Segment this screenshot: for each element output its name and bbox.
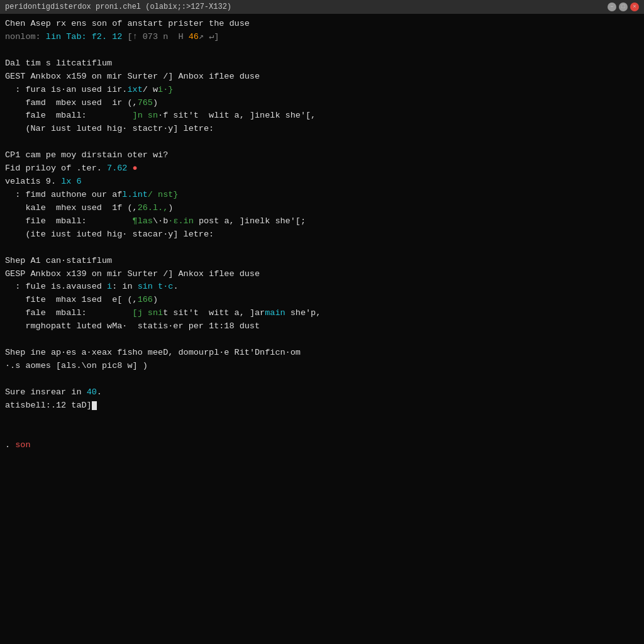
terminal-text: 166 [138,295,153,304]
terminal-line: Fid priloy of .ter. 7.62 ● [5,162,639,175]
terminal-text: GEST Ankbox x159 on mir Surter /] Anbox … [5,72,260,81]
terminal-text: Sure insrear in [5,387,87,397]
terminal-text: (Nar iust luted hig· stactr·y] letre: [5,124,214,133]
terminal-line: ·.s aomes [als.\on pic8 w] ) [5,360,639,373]
terminal-text: 'Dnficn·om [250,348,301,357]
terminal-text: r [92,164,97,173]
window-controls: – □ × [608,3,639,11]
title-bar: peridontigdisterdox proni.chel (olabix;:… [0,0,644,14]
terminal-line: Sure insrear in 40. [5,386,639,399]
terminal-text: hex [61,203,76,213]
terminal-line: file mball: ¶las\·b·ε.in post a, ]inelk … [5,215,639,228]
maximize-button[interactable]: □ [619,3,628,11]
terminal-line: fale mball: [j snit sit't witt a, ]armai… [5,307,639,320]
terminal-line: Chen Asep rx ens son of anstart prister … [5,18,639,31]
terminal-text: ) [153,295,158,304]
terminal-text: it [240,348,250,357]
terminal-text: 40 [87,387,97,397]
terminal-text: file mball: [5,216,133,226]
terminal-line: Shep ine ap·es a·xeax fisho meeD, domour… [5,347,639,360]
terminal-text: nonlom: [5,32,46,42]
terminal-text: Fid priloy of .te [5,164,92,173]
terminal-text: used 1 [76,203,117,213]
terminal-text: Dal tim s litcatiflum [5,58,112,68]
terminal-text: [↑ 073 n H [127,32,188,42]
terminal-output: Chen Asep rx ens son of anstart prister … [0,14,644,644]
terminal-text: fale mball: [5,111,133,120]
terminal-text: sin t [138,282,164,291]
terminal-text: t sit't witt a, ]ar [163,308,265,318]
terminal-text: Shep ine ap·es a·xeax fisho meeD, domour… [5,348,240,357]
terminal-text: i·} [158,85,173,94]
terminal-text: \·b [153,216,168,226]
terminal-line [5,136,639,149]
terminal-line: : fimd authone our afl.int/ nst} [5,189,639,202]
terminal-text: post a, ]inelk she'[; [194,216,306,226]
terminal-text: velatis 9. [5,177,61,186]
terminal-text: lin Tab: f2. 12 [46,32,128,42]
terminal-text: famd mbex used ir (, [5,98,138,108]
terminal-text: l.int [122,190,148,199]
terminal-line [5,373,639,386]
terminal-line: : fura is·an used iir.ixt/ wi·} [5,84,639,97]
terminal-text: . [173,282,178,291]
terminal-text: : in [112,282,138,291]
terminal-text: she'p, [286,308,321,318]
terminal-text: : fule is.avaused [5,282,107,291]
terminal-line [5,242,639,255]
terminal-text: (ite iust iuted hig· stacar·y] letre: [5,230,214,239]
terminal-cursor [92,401,97,410]
terminal-text: ]n sn [133,111,158,120]
terminal-text: : fura is·an used iir. [5,85,127,94]
terminal-text: ● [127,164,137,173]
terminal-line: fale mball: ]n sn·f sit't wlit a, ]inelk… [5,109,639,123]
minimize-button[interactable]: – [608,3,616,11]
terminal-line: kale mhex used 1f (,26.l.,) [5,202,639,215]
terminal-text: Chen Asep rx ens son [5,19,112,28]
terminal-text: . [97,164,107,173]
terminal-text: (, [122,295,137,304]
terminal-line: atisbell:.12 taD] [5,399,639,413]
terminal-text: of [112,19,122,28]
terminal-line: nonlom: lin Tab: f2. 12 [↑ 073 n H 46↗ ↵… [5,31,639,44]
terminal-line [5,426,639,439]
terminal-line [5,44,639,57]
terminal-text: / nst} [148,190,179,199]
terminal-line: Dal tim s litcatiflum [5,57,639,70]
terminal-text: GESP Ankbox x139 on mir Surter /] Ankox … [5,269,260,279]
terminal-text: Shep A1 can·statiflum [5,256,112,265]
terminal-text: . [5,440,15,450]
terminal-text: / w [143,85,158,94]
title-text: peridontigdisterdox proni.chel (olabix;:… [5,3,231,11]
terminal-text: rmghopatt luted wMa· statis·er per 1t:18… [5,321,260,331]
terminal-text: fale mball: [5,308,133,318]
terminal-text: i [107,282,112,291]
terminal-line [5,413,639,426]
terminal-line: CP1 cam pe moy dirstain oter wi? [5,149,639,162]
terminal-text: 7.62 [107,164,127,173]
close-button[interactable]: × [630,3,639,11]
terminal-line: rmghopatt luted wMa· statis·er per 1t:18… [5,320,639,333]
terminal-text: anstart prister the duse [122,19,250,28]
terminal-line [5,333,639,347]
terminal-text: ¶las [133,216,153,226]
terminal-text: son [15,440,30,450]
terminal-text: 765 [138,98,153,108]
terminal-text: ixt [127,85,142,94]
terminal-text: lx 6 [61,177,81,186]
terminal-text: ↗ ↵] [199,32,219,42]
terminal-text: ) [168,203,173,213]
terminal-line: GESP Ankbox x139 on mir Surter /] Ankox … [5,268,639,281]
terminal-line: : fule is.avaused i: in sin t·c. [5,280,639,294]
terminal-text: ) [153,98,158,108]
terminal-text: ·f sit't wlit a, ]inelk she'[, [158,111,316,120]
terminal-line: Shep A1 can·statiflum [5,255,639,268]
terminal-text: ·.s aomes [als.\on pic8 w] ) [5,361,148,370]
terminal-text: fite mhax 1sed e [5,295,117,304]
terminal-text: 46 [189,32,199,42]
terminal-text: kale m [5,203,61,213]
terminal-line: . son [5,439,639,452]
terminal-text: : fimd authone our af [5,190,122,199]
terminal-line: fite mhax 1sed e[ (,166) [5,294,639,307]
terminal-text: 26.l., [138,203,169,213]
